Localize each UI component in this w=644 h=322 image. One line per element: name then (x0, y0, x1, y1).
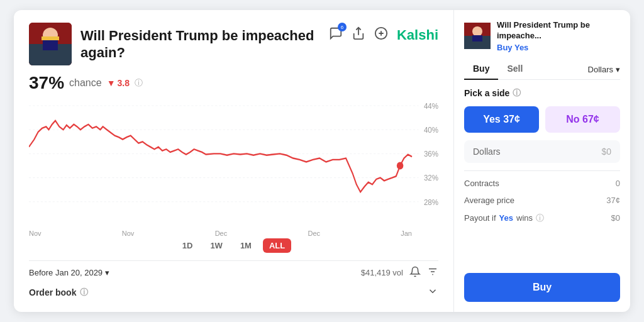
chance-label: chance (69, 77, 102, 89)
change-value: 3.8 (118, 78, 130, 88)
currency-label: Dollars (588, 65, 613, 74)
x-label-1: Nov (29, 230, 42, 237)
time-filters: 1D 1W 1M ALL (29, 238, 438, 253)
contracts-label: Contracts (464, 179, 499, 188)
dollars-row: Dollars $0 (464, 140, 620, 163)
buy-button[interactable]: Buy (464, 273, 620, 302)
x-label-2: Nov (122, 230, 135, 237)
yes-no-row: Yes 37¢ No 67¢ (464, 106, 620, 133)
x-label-5: Jan (401, 230, 412, 237)
main-container: Will President Trump be impeached again?… (14, 10, 630, 312)
svg-point-14 (397, 162, 404, 170)
svg-text:36%: 36% (424, 149, 438, 158)
price-chart: 44% 40% 36% 32% 28% (29, 98, 438, 226)
order-book-row: Order book ⓘ (29, 279, 438, 299)
buy-sell-tabs: Buy Sell Dollars ▾ (464, 60, 620, 80)
dollars-value: $0 (601, 147, 611, 157)
add-icon-btn[interactable] (374, 26, 388, 43)
pick-side-section: Pick a side ⓘ (464, 87, 620, 99)
order-book-label: Order book ⓘ (29, 287, 88, 298)
avg-price-label: Average price (464, 196, 514, 205)
filter-all[interactable]: ALL (263, 238, 291, 253)
expiry-button[interactable]: Before Jan 20, 2029 ▾ (29, 268, 109, 277)
x-label-4: Dec (308, 230, 320, 237)
change-badge: ▼ 3.8 (107, 78, 130, 88)
svg-text:32%: 32% (424, 174, 438, 183)
chance-info-icon[interactable]: ⓘ (135, 77, 143, 89)
title-section: Will President Trump be impeached again? (29, 23, 329, 65)
divider-1 (464, 170, 620, 171)
market-thumbnail (29, 23, 72, 65)
svg-point-25 (472, 26, 482, 36)
payout-wins-text: wins (516, 213, 533, 223)
pick-side-info-icon[interactable]: ⓘ (513, 87, 521, 99)
filter-1m[interactable]: 1M (234, 238, 258, 253)
comments-icon-btn[interactable]: 6 (329, 26, 343, 43)
tab-buy[interactable]: Buy (464, 60, 498, 80)
stats-row: 37% chance ▼ 3.8 ⓘ (29, 73, 438, 93)
order-book-chevron[interactable] (427, 286, 438, 299)
chart-container: 44% 40% 36% 32% 28% (29, 98, 438, 226)
comments-badge: 6 (338, 23, 347, 31)
right-panel: Will President Trump be impeache... Buy … (454, 10, 630, 312)
header-icons: 6 Kalshi (329, 23, 438, 43)
order-book-text: Order book (29, 287, 76, 297)
chance-percentage: 37% (29, 73, 64, 93)
right-market-title: Will President Trump be impeache... (497, 20, 620, 42)
avg-price-row: Average price 37¢ (464, 196, 620, 205)
svg-rect-3 (43, 40, 58, 50)
svg-text:28%: 28% (424, 197, 438, 207)
payout-value: $0 (611, 213, 620, 223)
tab-sell[interactable]: Sell (498, 60, 531, 79)
kalshi-brand: Kalshi (397, 27, 438, 43)
order-book-info-icon[interactable]: ⓘ (80, 287, 88, 298)
svg-rect-4 (42, 36, 59, 40)
contracts-row: Contracts 0 (464, 179, 620, 188)
x-label-3: Dec (215, 230, 228, 237)
expiry-chevron: ▾ (105, 268, 109, 277)
payout-yes-text: Yes (499, 213, 513, 223)
header-row: Will President Trump be impeached again?… (29, 23, 438, 65)
expiry-text: Before Jan 20, 2029 (29, 268, 103, 277)
left-panel: Will President Trump be impeached again?… (14, 10, 454, 312)
payout-row: Payout if Yes wins ⓘ $0 (464, 213, 620, 224)
svg-text:40%: 40% (424, 125, 438, 135)
volume-value: $41,419 vol (361, 268, 403, 277)
svg-rect-26 (472, 35, 482, 42)
right-title-group: Will President Trump be impeache... Buy … (497, 20, 620, 52)
yes-button[interactable]: Yes 37¢ (464, 106, 539, 133)
currency-select[interactable]: Dollars ▾ (588, 65, 620, 74)
right-buy-yes: Buy Yes (497, 43, 620, 52)
down-arrow-icon: ▼ (107, 78, 116, 88)
alert-icon[interactable] (409, 266, 421, 279)
share-icon-btn[interactable] (352, 26, 365, 43)
volume-section: $41,419 vol (361, 266, 438, 279)
currency-chevron-icon: ▾ (616, 65, 620, 74)
filter-1d[interactable]: 1D (176, 238, 199, 253)
filter-1w[interactable]: 1W (204, 238, 229, 253)
dollars-label: Dollars (473, 147, 501, 157)
payout-info-icon[interactable]: ⓘ (536, 213, 544, 224)
right-thumbnail (464, 23, 491, 49)
pick-side-label: Pick a side ⓘ (464, 87, 620, 99)
x-axis-labels: Nov Nov Dec Dec Jan (29, 228, 438, 238)
chance-section: 37% chance ▼ 3.8 ⓘ (29, 73, 143, 93)
filter-icon[interactable] (427, 266, 438, 279)
svg-text:44%: 44% (424, 101, 438, 111)
payout-label: Payout if (464, 213, 496, 223)
contracts-value: 0 (616, 179, 620, 188)
market-title: Will President Trump be impeached again? (80, 27, 329, 62)
right-header: Will President Trump be impeache... Buy … (464, 20, 620, 52)
footer-row: Before Jan 20, 2029 ▾ $41,419 vol (29, 260, 438, 279)
no-button[interactable]: No 67¢ (545, 106, 620, 133)
avg-price-value: 37¢ (606, 196, 620, 205)
